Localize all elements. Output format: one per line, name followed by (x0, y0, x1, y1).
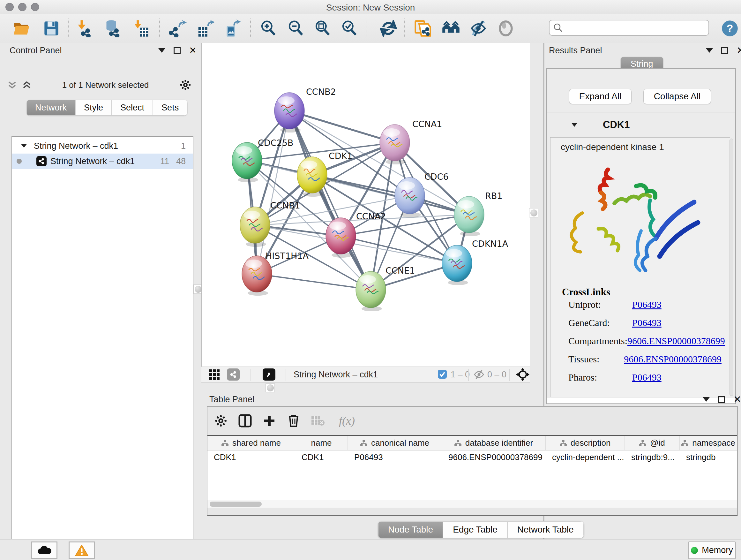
crosslink-link[interactable]: 9606.ENSP00000378699 (627, 335, 725, 347)
export-image-icon[interactable] (223, 19, 242, 38)
toolbar-separator (159, 18, 160, 38)
show-columns-icon[interactable] (235, 411, 255, 430)
column-header--id[interactable]: @id (625, 436, 680, 450)
birds-eye-view-icon[interactable] (263, 368, 275, 381)
table-scrollbar-thumb[interactable] (210, 502, 262, 507)
column-header-description[interactable]: description (546, 436, 625, 450)
selected-checkbox-icon[interactable] (437, 369, 447, 380)
table-cell[interactable]: stringdb:9... (625, 452, 680, 462)
column-header-canonical-name[interactable]: canonical name (348, 436, 442, 450)
zoom-out-icon[interactable] (286, 19, 305, 38)
fit-selected-crosshair-icon[interactable] (516, 368, 530, 383)
expand-all-icon[interactable] (22, 80, 31, 90)
network-graph[interactable]: CCNB2CCNA1CDC25BCDK1CDC6RB1CCNB1CCNA2CDK… (202, 43, 530, 367)
protein-collapse-icon[interactable] (571, 123, 578, 127)
collection-expand-icon[interactable] (21, 144, 27, 147)
crosslink-label: Tissues: (568, 354, 624, 365)
import-network-icon[interactable] (75, 19, 93, 38)
collapse-all-button[interactable]: Collapse All (643, 89, 711, 104)
results-panel-close-icon[interactable]: ✕ (737, 47, 741, 54)
table-horizontal-scrollbar[interactable] (207, 500, 737, 508)
column-header-shared-name[interactable]: shared name (207, 436, 295, 450)
crosslink-row: Tissues:9606.ENSP00000378699 (568, 354, 722, 365)
zoom-in-icon[interactable] (259, 19, 278, 38)
node-CDC25B[interactable]: CDC25B (232, 138, 293, 182)
column-header-namespace[interactable]: namespace (680, 436, 737, 450)
control-panel-menu-icon[interactable] (158, 48, 165, 53)
tab-style[interactable]: Style (75, 100, 112, 116)
results-panel-float-icon[interactable] (721, 47, 728, 54)
import-network-from-database-icon[interactable] (103, 19, 121, 38)
tab-edge-table[interactable]: Edge Table (443, 521, 508, 538)
cloud-status-button[interactable] (31, 542, 57, 559)
copy-network-icon[interactable] (414, 19, 432, 38)
network-collection-row[interactable]: String Network – cdk1 1 (12, 138, 193, 153)
network-options-gear-icon[interactable] (180, 79, 191, 91)
table-panel-menu-icon[interactable] (703, 397, 710, 401)
hide-unhide-icon[interactable] (469, 19, 488, 38)
memory-button[interactable]: Memory (688, 542, 736, 559)
table-cell[interactable]: 9606.ENSP00000378699 (442, 452, 546, 462)
crosslink-link[interactable]: P06493 (632, 372, 662, 383)
node-RB1[interactable]: RB1 (454, 191, 502, 236)
node-CDC6[interactable]: CDC6 (395, 172, 449, 217)
tab-network-table[interactable]: Network Table (508, 521, 584, 538)
open-session-icon[interactable] (12, 19, 30, 38)
canvas-table-splitter-handle[interactable] (266, 383, 275, 392)
results-vertical-scrollbar[interactable] (730, 138, 733, 396)
zoom-selected-icon[interactable] (340, 19, 359, 38)
protein-section-header[interactable]: CDK1 (547, 112, 735, 137)
save-session-icon[interactable] (42, 19, 61, 38)
add-column-icon[interactable] (260, 411, 279, 430)
column-header-database-identifier[interactable]: database identifier (442, 436, 546, 450)
table-cell[interactable]: CDK1 (295, 452, 348, 462)
table-row[interactable]: CDK1CDK1P064939606.ENSP00000378699cyclin… (207, 450, 737, 464)
crosslink-link[interactable]: P06493 (632, 299, 662, 310)
table-options-gear-icon[interactable] (211, 411, 230, 430)
table-panel-close-icon[interactable]: ✕ (733, 396, 741, 403)
export-table-icon[interactable] (197, 19, 215, 38)
table-cell[interactable]: CDK1 (207, 452, 295, 462)
delete-column-icon[interactable] (284, 411, 303, 430)
right-splitter-handle[interactable] (529, 208, 538, 217)
tab-network[interactable]: Network (26, 100, 75, 116)
node-CCNE1[interactable]: CCNE1 (356, 266, 415, 311)
results-panel-menu-icon[interactable] (706, 48, 713, 53)
zoom-fit-icon[interactable] (313, 19, 332, 38)
crosslink-link[interactable]: 9606.ENSP00000378699 (624, 354, 722, 365)
selected-node-edge-count: 1 – 0 (451, 370, 470, 380)
home-network-icon[interactable] (442, 19, 460, 38)
network-list-view-icon[interactable] (227, 368, 240, 381)
network-row[interactable]: String Network – cdk1 11 48 (12, 153, 193, 169)
tab-node-table[interactable]: Node Table (378, 521, 443, 538)
crosslink-label: Uniprot: (568, 299, 632, 310)
refresh-layout-icon[interactable] (379, 19, 398, 38)
import-table-icon[interactable] (131, 19, 150, 38)
warnings-button[interactable] (69, 542, 95, 559)
expand-all-button[interactable]: Expand All (569, 89, 631, 104)
crosslink-link[interactable]: P06493 (632, 317, 662, 328)
node-CCNB2[interactable]: CCNB2 (274, 87, 336, 132)
network-canvas[interactable]: CCNB2CCNA1CDC25BCDK1CDC6RB1CCNB1CCNA2CDK… (201, 43, 530, 367)
column-header-name[interactable]: name (295, 436, 348, 450)
right-splitter[interactable] (530, 43, 544, 404)
table-cell[interactable]: P06493 (348, 452, 442, 462)
table-panel-header: Table Panel ✕ (207, 393, 738, 406)
collapse-all-icon[interactable] (8, 80, 17, 90)
canvas-table-splitter[interactable] (201, 382, 530, 393)
help-button[interactable]: ? (721, 19, 739, 38)
tab-select[interactable]: Select (112, 100, 153, 116)
grid-view-icon[interactable] (208, 369, 220, 382)
search-input[interactable] (549, 20, 709, 36)
node-HIST1H1A[interactable]: HIST1H1A (242, 251, 309, 296)
node-CDKN1A[interactable]: CDKN1A (442, 239, 509, 285)
tab-sets[interactable]: Sets (153, 100, 187, 116)
warning-icon (75, 544, 88, 557)
table-cell[interactable]: stringdb (680, 452, 737, 462)
control-panel-float-icon[interactable] (174, 47, 181, 54)
table-panel-float-icon[interactable] (718, 396, 725, 403)
export-network-icon[interactable] (169, 19, 187, 38)
table-panel-title: Table Panel (209, 395, 254, 405)
table-cell[interactable]: cyclin-dependent ... (546, 452, 625, 462)
show-eye-icon[interactable] (496, 19, 515, 38)
